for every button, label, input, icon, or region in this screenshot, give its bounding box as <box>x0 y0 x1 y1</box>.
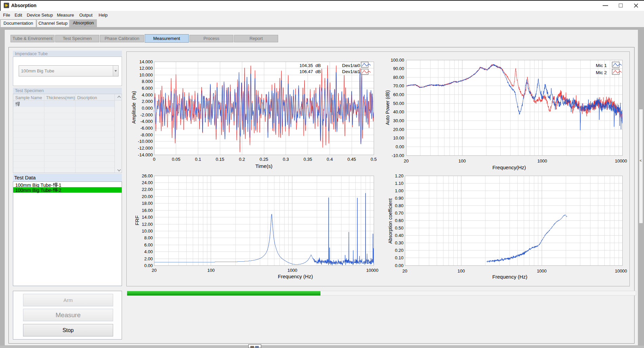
svg-text:4.000: 4.000 <box>142 92 153 97</box>
svg-text:14.00: 14.00 <box>142 215 153 220</box>
svg-text:Dev1/ai0: Dev1/ai0 <box>342 63 360 68</box>
svg-text:0.50: 0.50 <box>395 225 403 231</box>
svg-text:50.00: 50.00 <box>393 101 404 106</box>
svg-text:0.00: 0.00 <box>396 144 404 149</box>
svg-text:0: 0 <box>153 157 155 162</box>
svg-text:Auto Power (dB): Auto Power (dB) <box>385 90 390 125</box>
svg-text:0.00: 0.00 <box>144 263 153 268</box>
svg-text:Mic 2: Mic 2 <box>596 70 607 75</box>
svg-text:0.10: 0.10 <box>395 255 403 260</box>
svg-text:Frequency(Hz): Frequency(Hz) <box>492 165 526 170</box>
svg-text:Frequency (Hz): Frequency (Hz) <box>278 274 313 279</box>
svg-text:0.000: 0.000 <box>142 106 153 111</box>
svg-text:Amplitude (Pa): Amplitude (Pa) <box>131 91 137 124</box>
svg-text:6.000: 6.000 <box>142 86 153 91</box>
svg-text:0.3: 0.3 <box>283 157 289 162</box>
svg-text:0.80: 0.80 <box>395 203 403 208</box>
svg-text:-8.000: -8.000 <box>140 132 153 137</box>
svg-text:0.5: 0.5 <box>371 157 377 162</box>
svg-text:1.10: 1.10 <box>395 181 403 186</box>
svg-text:0.90: 0.90 <box>395 196 403 201</box>
svg-text:0.30: 0.30 <box>395 240 403 245</box>
svg-text:0.35: 0.35 <box>304 157 312 162</box>
svg-text:8.000: 8.000 <box>142 79 153 84</box>
svg-text:20: 20 <box>402 268 407 274</box>
svg-text:106.47 dB: 106.47 dB <box>299 69 321 74</box>
svg-text:1.20: 1.20 <box>395 173 403 178</box>
svg-text:100: 100 <box>207 268 215 273</box>
svg-text:0.25: 0.25 <box>259 157 268 162</box>
svg-text:0.20: 0.20 <box>395 248 403 253</box>
svg-text:-10.00: -10.00 <box>392 153 404 158</box>
svg-text:-12.000: -12.000 <box>138 146 153 151</box>
svg-text:-10.000: -10.000 <box>138 139 153 144</box>
svg-text:0.00: 0.00 <box>395 263 403 268</box>
svg-text:24.00: 24.00 <box>142 180 153 185</box>
svg-text:-14.000: -14.000 <box>138 152 153 157</box>
svg-text:0.40: 0.40 <box>395 233 403 238</box>
svg-text:80.00: 80.00 <box>393 75 404 80</box>
svg-text:100.00: 100.00 <box>391 58 404 63</box>
svg-text:18.00: 18.00 <box>142 201 153 206</box>
svg-text:FRF: FRF <box>134 215 140 225</box>
svg-text:Mic 1: Mic 1 <box>596 63 607 68</box>
svg-text:20: 20 <box>404 158 409 164</box>
svg-text:0.70: 0.70 <box>395 211 403 216</box>
svg-text:Time(s): Time(s) <box>255 163 272 169</box>
svg-text:60.00: 60.00 <box>393 92 404 97</box>
svg-text:0.2: 0.2 <box>239 157 245 162</box>
svg-text:-6.000: -6.000 <box>140 126 153 131</box>
svg-text:1000: 1000 <box>287 268 297 273</box>
svg-text:10.000: 10.000 <box>139 72 153 78</box>
svg-text:Dev1/ai1: Dev1/ai1 <box>342 69 360 74</box>
svg-text:22.00: 22.00 <box>142 187 153 192</box>
svg-text:1.00: 1.00 <box>395 188 403 193</box>
svg-text:20.00: 20.00 <box>142 194 153 199</box>
svg-text:0.1: 0.1 <box>195 157 201 162</box>
svg-text:1000: 1000 <box>537 268 547 274</box>
svg-text:90.00: 90.00 <box>393 66 404 71</box>
svg-text:0.45: 0.45 <box>348 157 356 162</box>
svg-text:12.000: 12.000 <box>139 66 153 71</box>
svg-text:10000: 10000 <box>366 268 378 273</box>
svg-text:70.00: 70.00 <box>393 83 404 88</box>
svg-text:20: 20 <box>152 268 157 273</box>
svg-text:14.000: 14.000 <box>139 59 153 64</box>
svg-text:10000: 10000 <box>615 158 627 164</box>
svg-text:26.00: 26.00 <box>142 173 153 178</box>
svg-text:100: 100 <box>457 268 465 274</box>
svg-text:10000: 10000 <box>615 268 627 274</box>
svg-text:12.00: 12.00 <box>142 222 153 227</box>
svg-text:30.00: 30.00 <box>393 118 404 123</box>
svg-text:40.00: 40.00 <box>393 109 404 114</box>
svg-text:0.60: 0.60 <box>395 218 403 223</box>
svg-text:10.00: 10.00 <box>142 229 153 234</box>
svg-text:Frequency (Hz): Frequency (Hz) <box>492 274 527 280</box>
svg-text:0.15: 0.15 <box>216 157 224 162</box>
svg-text:0.4: 0.4 <box>327 157 333 162</box>
svg-text:2.00: 2.00 <box>144 256 153 261</box>
svg-text:10.00: 10.00 <box>393 135 404 140</box>
svg-text:20.00: 20.00 <box>393 127 404 132</box>
svg-text:100: 100 <box>458 158 466 164</box>
svg-text:-2.000: -2.000 <box>140 112 153 117</box>
svg-text:104.35 dB: 104.35 dB <box>299 63 321 68</box>
svg-text:4.00: 4.00 <box>144 249 153 254</box>
svg-text:-4.000: -4.000 <box>140 119 153 124</box>
svg-text:0.05: 0.05 <box>172 157 180 162</box>
svg-text:8.00: 8.00 <box>144 235 153 240</box>
svg-text:2.000: 2.000 <box>142 99 153 104</box>
svg-text:1000: 1000 <box>537 158 547 164</box>
svg-text:6.00: 6.00 <box>144 242 153 247</box>
svg-text:16.00: 16.00 <box>142 208 153 213</box>
svg-text:Absorption coefficient: Absorption coefficient <box>388 198 393 244</box>
